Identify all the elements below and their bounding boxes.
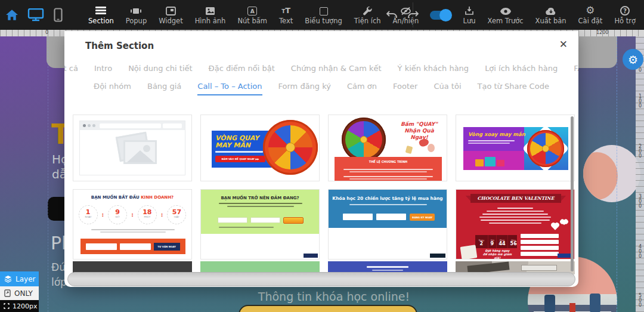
prize-wheel — [263, 120, 318, 175]
template-title: BẠN MUỐN TRỞ NÊN ĐẢM ĐANG? — [201, 196, 319, 200]
toolbar-item-section[interactable]: Section — [82, 0, 120, 30]
eye-icon — [500, 5, 512, 16]
modal-vertical-scrollbar[interactable] — [571, 116, 574, 271]
text-icon: TT — [281, 5, 290, 16]
tab-faq[interactable]: FAQ — [574, 64, 578, 76]
toolbar-menu: Section Popup Widget Hình ảnh — [82, 0, 425, 30]
countdown-box: Ngày2 Giờ9 Phút44 Giây56 — [475, 235, 517, 248]
tab-bang-gia[interactable]: Bảng giá — [147, 82, 181, 95]
template-course-blue[interactable]: Khóa học 20 chiến lược tăng tỷ lệ mua hà… — [328, 189, 447, 260]
tab-intro[interactable]: Intro — [94, 64, 112, 76]
add-section-modal: Thêm Section ✕ Tất cả Intro Nội dung chi… — [64, 31, 578, 287]
save-icon — [465, 5, 474, 16]
tab-dac-diem-noi-bat[interactable]: Đặc điểm nổi bật — [209, 64, 275, 76]
tab-doi-nhom[interactable]: Đội nhóm — [94, 82, 131, 95]
section-tabs-row2: Đội nhóm Bảng giá Call – To – Action For… — [64, 82, 578, 95]
chocolate-box-illustration — [460, 245, 478, 260]
tab-form-dang-ky[interactable]: Form đăng ký — [278, 82, 331, 95]
autosave-toggle[interactable] — [430, 11, 451, 20]
popup-icon — [131, 5, 141, 16]
tab-tao-tu-share-code[interactable]: Tạo từ Share Code — [478, 82, 549, 95]
toolbar-item-button[interactable]: A Nút bấm — [231, 0, 273, 30]
toolbar-item-popup[interactable]: Popup — [120, 0, 153, 30]
template-spin-wheel-blue[interactable]: VÒNG QUAY MAY MẮN BẤM VÀO ĐỂ QUAY NGAY ▶… — [200, 115, 320, 181]
heart-icon — [562, 220, 566, 225]
tab-footer[interactable]: Footer — [393, 82, 417, 95]
toolbar-item-image[interactable]: Hình ảnh — [189, 0, 232, 30]
tab-tat-ca[interactable]: Tất cả — [64, 64, 78, 76]
template-title: BẠN MUỐN BẮT ĐẦU KINH DOANH? — [73, 195, 191, 200]
mini-input — [120, 243, 151, 250]
tab-noi-dung-chi-tiet[interactable]: Nội dung chi tiết — [128, 64, 192, 76]
tab-chung-nhan-cam-ket[interactable]: Chứng nhận & Cam kết — [291, 64, 382, 76]
section-tabs-row1: Tất cả Intro Nội dung chi tiết Đặc điểm … — [64, 64, 578, 76]
toolbar-action-preview[interactable]: Xem Trước — [482, 0, 530, 30]
mobile-icon[interactable] — [54, 8, 63, 22]
template-title: Khóa học 20 chiến lược tăng tỷ lệ mua hà… — [329, 196, 447, 201]
toolbar-item-label: Widget — [159, 17, 183, 24]
home-icon[interactable] — [6, 10, 18, 20]
toolbar-item-widget[interactable]: Widget — [153, 0, 189, 30]
mini-button: TƯ VẤN NGAY — [154, 243, 180, 251]
canvas-width-button[interactable]: 1200px — [0, 300, 39, 312]
template-spin-wheel-purple[interactable]: Vòng xoay may mắn — [456, 115, 575, 181]
tab-loi-ich-khach-hang[interactable]: Lợi ích khách hàng — [485, 64, 558, 76]
toolbar-action-settings[interactable]: ⚙ Cài đặt — [572, 0, 609, 30]
corner-badge — [304, 254, 318, 258]
corner-badge — [430, 254, 445, 258]
wrench-icon — [363, 5, 372, 16]
panel-title: THỂ LỆ CHƯƠNG TRÌNH — [355, 160, 422, 164]
toolbar-item-text[interactable]: TT Text — [273, 0, 299, 30]
template-spin-wheel-red[interactable]: Bấm "QUAY" Nhận Quà Ngay! THỂ LỆ CHƯƠNG … — [328, 115, 447, 181]
section-settings-fab[interactable]: ⚙ — [623, 49, 643, 70]
section-icon — [95, 5, 106, 16]
template-blank-placeholder[interactable] — [73, 115, 192, 181]
redo-icon[interactable] — [407, 10, 420, 20]
ruler-label: 400 — [637, 244, 643, 258]
layer-button[interactable]: Layer — [0, 271, 39, 286]
toolbar-item-label: Hình ảnh — [195, 17, 226, 24]
toolbar-item-label: Section — [88, 17, 114, 24]
canvas-yellow-button[interactable] — [239, 305, 417, 312]
device-switcher — [6, 0, 63, 30]
toolbar-action-save[interactable]: Lưu — [457, 0, 482, 30]
toolbar-actions: Lưu Xem Trước Xuất bản ⚙ Cài đặt ? Hỗ — [381, 0, 642, 30]
template-countdown-business[interactable]: BẠN MUỐN BẮT ĐẦU KINH DOANH? 1NGÀY : 9GI… — [73, 189, 192, 260]
text-bars — [91, 229, 175, 233]
widget-icon — [166, 5, 176, 16]
form-row: ĐĂNG KÝ NGAY — [343, 214, 435, 221]
template-grid: VÒNG QUAY MAY MẮN BẤM VÀO ĐỂ QUAY NGAY ▶… — [73, 115, 578, 274]
gift-illustration — [497, 160, 504, 166]
canvas-decor-circle — [583, 145, 640, 202]
ruler-label: 100 — [637, 94, 643, 108]
tab-y-kien-khach-hang[interactable]: Ý kiến khách hàng — [398, 64, 469, 76]
toggle-knob — [439, 9, 452, 21]
cloud-publish-icon — [545, 5, 557, 16]
toolbar-action-label: Lưu — [463, 17, 476, 24]
expand-icon — [4, 303, 10, 309]
toolbar-item-symbol[interactable]: Biểu tượng — [299, 0, 348, 30]
tab-cam-on[interactable]: Cảm ơn — [347, 82, 377, 95]
tab-call-to-action[interactable]: Call – To – Action — [197, 82, 262, 95]
ruler-vertical[interactable]: 0 100 200 300 400 500 — [636, 36, 644, 312]
form-row — [218, 217, 304, 224]
template-green-form[interactable]: BẠN MUỐN TRỞ NÊN ĐẢM ĐANG? — [200, 189, 320, 260]
only-button[interactable]: ONLY — [0, 286, 39, 300]
ribbon-banner: CHOCOLATE BEN VALENTINE — [470, 194, 561, 203]
undo-icon[interactable] — [385, 10, 398, 20]
form-bar: TƯ VẤN NGAY — [80, 239, 185, 254]
modal-bottom-scrollbar[interactable] — [67, 272, 575, 286]
template-title: CHOCOLATE BEN VALENTINE — [478, 196, 555, 201]
toolbar-item-label: Biểu tượng — [305, 17, 342, 24]
desktop-icon[interactable] — [27, 8, 44, 21]
toolbar-action-publish[interactable]: Xuất bản — [530, 0, 572, 30]
toolbar-item-label: Popup — [126, 17, 147, 24]
toolbar-item-label: Nút bấm — [237, 17, 267, 24]
tab-cua-toi[interactable]: Của tôi — [434, 82, 461, 95]
close-icon[interactable]: ✕ — [559, 38, 568, 50]
template-valentine[interactable]: CHOCOLATE BEN VALENTINE Ngày2 Gi — [456, 189, 575, 260]
toolbar-action-help[interactable]: ? Hỗ trợ — [608, 0, 642, 30]
button-icon: A — [247, 5, 257, 16]
toolbar-item-label: Tiện ích — [354, 17, 381, 24]
gift-illustration — [485, 157, 496, 166]
